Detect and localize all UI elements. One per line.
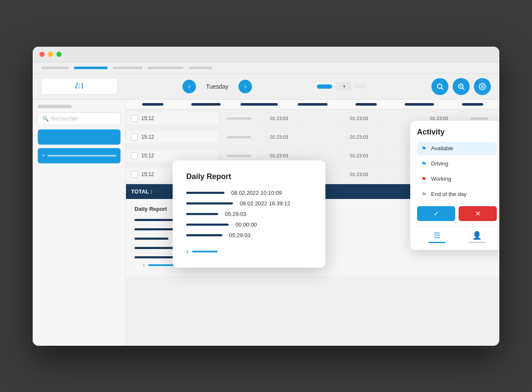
row-checkbox-4[interactable]: [131, 171, 138, 178]
row-checkbox-2[interactable]: [131, 134, 138, 140]
cell-1-1: [219, 113, 259, 123]
activity-item-available[interactable]: ⚑ Available: [417, 142, 497, 155]
row-sidebar-1: 15:12: [126, 112, 219, 124]
minimize-button[interactable]: [48, 52, 53, 57]
cell-4-4: 01:23:03: [339, 169, 379, 179]
cell-3-4: 01:23:03: [339, 151, 379, 161]
cell-3-1: [219, 151, 259, 161]
scroll-bar[interactable]: [148, 264, 174, 266]
modal-bar-1: [186, 192, 224, 194]
col-bar-4: [298, 103, 327, 106]
person-icon: 👤: [472, 231, 482, 240]
flag-endofday-icon: ⚑: [421, 191, 427, 198]
row-sidebar-2: 15:12: [126, 131, 219, 143]
modal-val-1: 08.02.2022 10:10:09: [231, 190, 282, 196]
col-header-1: [126, 103, 179, 106]
row-checkbox-3[interactable]: [131, 152, 138, 159]
modal-page-bar: [192, 251, 218, 252]
activity-footer: ✓ ✕: [417, 206, 497, 221]
report-bar-1: [134, 219, 177, 221]
maximize-button[interactable]: [56, 52, 62, 57]
col-bar-6: [405, 103, 434, 106]
activity-confirm-button[interactable]: ✓: [417, 206, 455, 221]
activity-bottom-tabs: ☰ 👤: [417, 226, 497, 243]
col-bar-7: [462, 103, 483, 106]
activity-item-endofday[interactable]: ⚑ End of the day: [417, 188, 497, 201]
search-placeholder: Rechercher: [51, 116, 78, 122]
close-button[interactable]: [39, 52, 45, 57]
scroll-arrow-icon: ‹: [143, 262, 145, 268]
report-bar-3: [134, 238, 168, 240]
activity-item-label-endofday: End of the day: [431, 191, 467, 197]
view-controls: ▾: [317, 82, 367, 91]
col-header-4: [286, 103, 339, 106]
row-time-4: 15:12: [141, 171, 154, 177]
activity-item-driving[interactable]: ⚑ Driving: [417, 157, 497, 171]
row-sidebar-3: 15:12: [126, 150, 219, 162]
svg-point-5: [482, 85, 484, 87]
activity-item-label-working: Working: [431, 176, 451, 182]
modal-bar-5: [186, 234, 222, 236]
settings-button[interactable]: [474, 78, 491, 95]
tab-2-active[interactable]: [74, 67, 108, 69]
search-icon: 🔍: [42, 116, 49, 122]
search-box[interactable]: 🔍 Rechercher: [38, 112, 120, 125]
modal-row-2: 08.02.2022 16:39:12: [186, 200, 312, 207]
svg-point-0: [437, 84, 442, 89]
prev-day-button[interactable]: ‹: [182, 80, 196, 93]
main-window: ⛙ ‹ Tuesday › ▾: [33, 47, 499, 346]
org-icon: ⛙: [76, 82, 83, 91]
daily-report-modal: Daily Report 08.02.2022 10:10:09 08.02.2…: [173, 160, 325, 268]
search-button[interactable]: [431, 78, 448, 95]
modal-bar-3: [186, 213, 218, 215]
tab-5[interactable]: [189, 67, 212, 69]
modal-row-5: 05:29:03: [186, 232, 312, 238]
title-bar: [33, 47, 499, 62]
col-header-5: [339, 103, 393, 106]
modal-val-5: 05:29:03: [229, 232, 251, 238]
col-header-6: [393, 103, 446, 106]
col-header-2: [179, 103, 233, 106]
cell-3-2: 01:23:03: [259, 151, 299, 161]
sidebar-title: [38, 105, 72, 108]
cell-2-3: [300, 132, 339, 142]
view-week[interactable]: ▾: [336, 82, 351, 91]
tab-3[interactable]: [113, 67, 143, 69]
act-tab-bar-2: [468, 242, 485, 243]
svg-line-1: [441, 88, 443, 90]
x-icon: ✕: [475, 210, 481, 218]
cell-2-1: [219, 132, 259, 142]
row-checkbox-1[interactable]: [131, 115, 138, 122]
org-selector[interactable]: ⛙: [41, 78, 118, 95]
tab-1[interactable]: [41, 67, 69, 69]
day-label: Tuesday: [200, 83, 234, 90]
activity-cancel-button[interactable]: ✕: [459, 206, 497, 221]
tab-4[interactable]: [148, 67, 184, 69]
report-bar-5: [134, 256, 175, 258]
cell-3-3: [300, 151, 339, 161]
view-day[interactable]: [317, 84, 332, 89]
activity-item-working[interactable]: ⚑ Working: [417, 172, 497, 186]
modal-footer: ‹: [186, 247, 312, 256]
row-time-3: 15:12: [141, 153, 154, 159]
act-tab-1[interactable]: ☰: [428, 231, 445, 243]
sidebar-btn-1[interactable]: [38, 129, 120, 145]
sidebar-btn-2[interactable]: +: [38, 148, 120, 163]
zoom-out-button[interactable]: [453, 78, 470, 95]
activity-item-label-available: Available: [431, 145, 454, 151]
activity-panel: Activity ⚑ Available ⚑ Driving ⚑ Working…: [410, 121, 499, 250]
modal-back-button[interactable]: ‹: [186, 247, 189, 256]
list-icon: ☰: [434, 231, 440, 240]
flag-available-icon: ⚑: [421, 145, 427, 152]
row-time-1: 15:12: [141, 115, 154, 121]
act-tab-2[interactable]: 👤: [468, 231, 485, 243]
calendar-header: [126, 100, 499, 109]
view-month[interactable]: [355, 84, 367, 89]
main-content: 🔍 Rechercher +: [33, 100, 499, 346]
flag-driving-icon: ⚑: [421, 160, 427, 167]
cell-1-4: 01:23:03: [339, 113, 379, 123]
row-time-2: 15:12: [141, 134, 154, 140]
next-day-button[interactable]: ›: [238, 80, 252, 93]
flag-working-icon: ⚑: [421, 176, 427, 182]
cell-2-2: 01:23:03: [259, 132, 299, 142]
